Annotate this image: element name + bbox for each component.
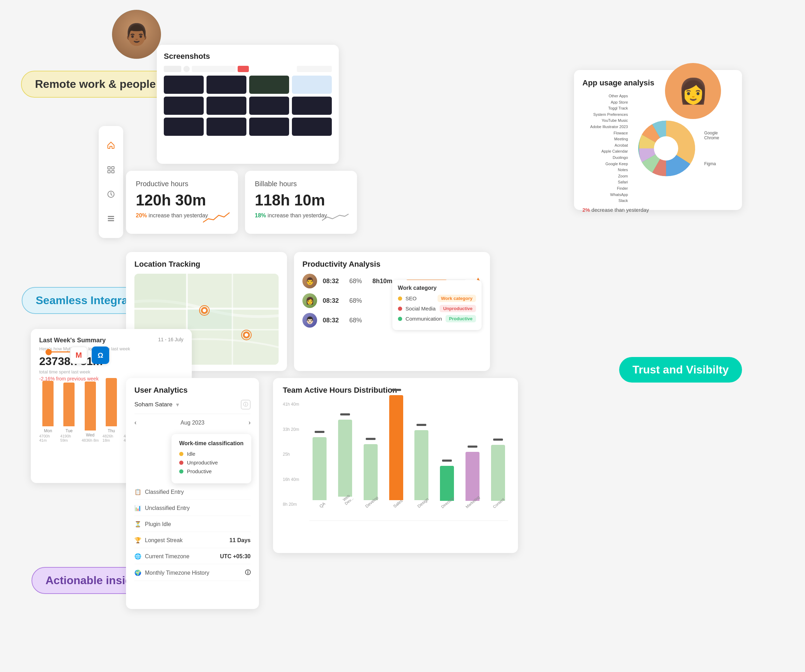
sidebar-icon-list[interactable] [105, 213, 117, 224]
prod-pct-3: 68% [349, 317, 367, 324]
bar-group-design: Design [411, 430, 432, 510]
wc-badge-social: Unproductive [440, 305, 476, 312]
unclassified-entry-icon: 📊 [135, 505, 141, 511]
y-label-3: 25h [283, 452, 307, 457]
bar-thu [106, 378, 117, 426]
app-usage-pie-chart [631, 113, 701, 183]
wtc-unproductive-label: Unproductive [187, 460, 218, 465]
wtc-row-idle: Idle [179, 451, 243, 457]
prod-time-1: 08:32 [323, 278, 344, 285]
ua-user-name: Soham Satare [135, 401, 172, 408]
wc-dot-comm [398, 317, 402, 321]
productive-hours-card: Productive hours 120h 30m 20% increase t… [126, 171, 238, 234]
svg-rect-1 [112, 167, 114, 169]
prod-time-3: 08:32 [323, 317, 344, 324]
y-label-1: 8h 20m [283, 502, 307, 507]
wtc-productive-label: Productive [187, 468, 212, 474]
ua-month-label: Aug 2023 [181, 420, 205, 426]
productive-hours-change-text: increase than yesterday [148, 212, 208, 219]
svg-point-20 [245, 333, 248, 337]
billable-hours-pct: 18% [255, 212, 266, 219]
avatar-man: 👨🏾 [112, 10, 161, 59]
sidebar-icon-clock[interactable] [105, 189, 117, 200]
bar-group-sales: Sales [386, 395, 406, 510]
team-hours-bars: QA Web Dev... Develop S [309, 402, 508, 521]
integration-icons: M Ω [70, 347, 109, 364]
svg-rect-6 [108, 218, 114, 219]
svg-point-9 [654, 136, 678, 161]
info-icon[interactable]: ⓘ [241, 400, 251, 409]
ua-month: ‹ Aug 2023 › [135, 419, 251, 426]
svg-rect-15 [135, 274, 186, 308]
ua-row-timezone-history: 🌍Monthly Timezone History ⓘ [135, 569, 251, 581]
app-usage-change-pct: 2% [582, 207, 590, 213]
ua-row-plugin-idle: ⏳Plugin Idle [135, 521, 251, 532]
wc-row-social: Social Media Unproductive [398, 305, 476, 312]
wc-label-seo: SEO [406, 296, 417, 301]
work-category-title: Work category [398, 285, 476, 291]
wc-badge-seo: Work category [437, 295, 476, 302]
user-analytics-card: User Analytics Soham Satare ▾ ⓘ ‹ Aug 20… [126, 378, 259, 609]
bar-group-webdev: Web Dev... [335, 420, 356, 510]
screenshots-card: Screenshots [157, 45, 339, 164]
prev-month-btn[interactable]: ‹ [135, 419, 136, 426]
ua-user-select[interactable]: Soham Satare ▾ ⓘ [135, 400, 251, 414]
outlook-icon[interactable]: Ω [92, 347, 109, 364]
ua-title: User Analytics [135, 386, 251, 395]
wc-row-seo: SEO Work category [398, 295, 476, 302]
streak-icon: 🏆 [135, 537, 141, 544]
screenshots-title: Screenshots [164, 52, 332, 61]
ua-row-streak: 🏆Longest Streak 11 Days [135, 537, 251, 548]
gmail-icon[interactable]: M [70, 347, 87, 364]
location-title: Location Tracking [135, 260, 279, 269]
productivity-analysis-card: Productivity Analysis 👨 08:32 68% 8h10m … [294, 252, 490, 371]
last-week-total: 23738h 31m [39, 355, 183, 368]
ua-timezone-val: UTC +05:30 [220, 553, 251, 560]
bar-group-directors: Directors [437, 466, 457, 510]
wtc-row-productive: Productive [179, 468, 243, 474]
billable-hours-card: Billable hours 118h 10m 18% increase tha… [245, 171, 357, 234]
svg-rect-2 [108, 171, 110, 173]
productive-hours-label: Productive hours [136, 180, 228, 188]
last-week-total-label: total time spent last week [39, 369, 183, 375]
wc-dot-social [398, 307, 402, 311]
productive-dot [179, 469, 183, 473]
billable-hours-value: 118h 10m [255, 191, 347, 209]
bar-group-develop: Develop [360, 444, 381, 510]
bar-wed [85, 381, 96, 430]
bar-group-content: Content [488, 445, 508, 510]
unproductive-dot [179, 461, 183, 465]
plugin-idle-icon: ⏳ [135, 521, 141, 527]
timezone-icon: 🌐 [135, 553, 141, 560]
last-week-date: 11 - 16 July [158, 337, 183, 342]
wc-label-comm: Communication [406, 316, 442, 322]
app-usage-change-text: decrease than yesterday [591, 207, 649, 213]
svg-rect-5 [108, 216, 114, 217]
wc-dot-seo [398, 296, 402, 301]
sidebar-icon-home[interactable] [105, 140, 117, 151]
billable-hours-label: Billable hours [255, 180, 347, 188]
prod-pct-1: 68% [349, 278, 367, 285]
last-week-title: Last Week's Summary [39, 337, 106, 344]
bar-group-qa: QA [309, 437, 330, 510]
productive-hours-pct: 20% [136, 212, 147, 219]
productivity-title: Productivity Analysis [302, 260, 481, 269]
avatar-woman: 👩 [665, 63, 721, 119]
wtc-row-unproductive: Unproductive [179, 460, 243, 465]
ua-streak-val: 11 Days [230, 537, 251, 544]
productive-hours-chart [203, 210, 231, 224]
connector-dot [46, 349, 52, 355]
wtc-idle-label: Idle [187, 451, 195, 457]
svg-rect-0 [108, 167, 110, 169]
billable-hours-chart [322, 210, 350, 224]
prod-time-2: 08:32 [323, 297, 344, 304]
team-hours-card: Team Active Hours Distribution 41h 40m 3… [273, 378, 518, 553]
prod-pct-2: 68% [349, 297, 367, 304]
ua-timezone-history-val[interactable]: ⓘ [245, 569, 251, 577]
sidebar-icon-grid[interactable] [105, 164, 117, 175]
next-month-btn[interactable]: › [248, 419, 251, 426]
svg-rect-3 [112, 171, 114, 173]
svg-rect-7 [108, 220, 114, 221]
classified-entry-icon: 📋 [135, 489, 141, 495]
billable-hours-change-text: increase than yesterday [268, 212, 327, 219]
